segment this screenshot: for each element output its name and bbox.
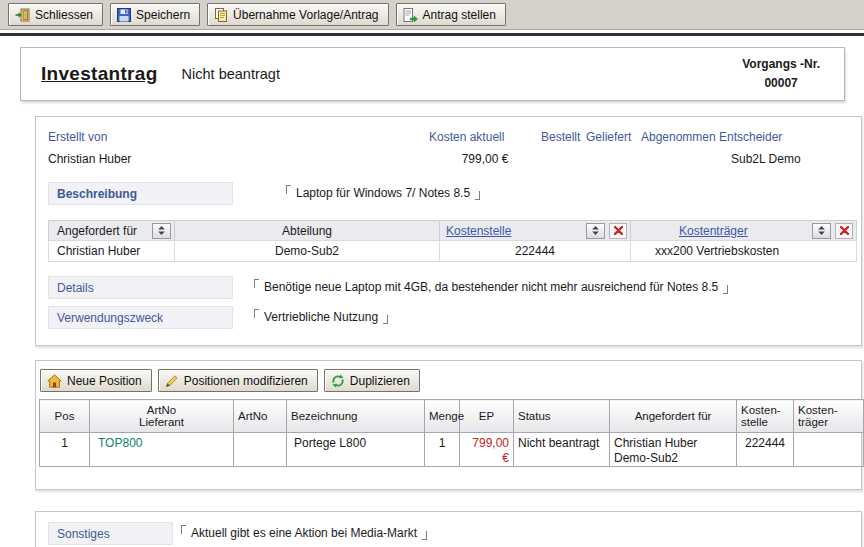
pencil-icon [165,374,179,388]
field-open-bracket-icon [254,279,259,288]
artno-cell [234,433,287,467]
col-kostentraeger: Kosten- träger [794,400,864,433]
abgenommen-label: Abgenommen [641,130,719,144]
zuordnung-table: Angefordert für Abteilung Kostenstelle K… [48,220,860,262]
kostentraeger-remove-button[interactable] [835,223,853,239]
beschreibung-row: Beschreibung Laptop für Windows 7/ Notes… [48,182,847,205]
neue-position-button[interactable]: Neue Position [40,369,152,392]
kostenstelle-link[interactable]: Kostenstelle [446,224,511,238]
bestellt-value [541,152,586,166]
col-pos: Pos [40,400,90,433]
uebernahme-vorlage-button[interactable]: Übernahme Vorlage/Antrag [207,3,388,26]
kosten-aktuell-value: 799,00 € [429,152,541,166]
copy-documents-icon [214,8,228,22]
kostentraeger-pos-cell [794,433,864,467]
sort-icon [158,223,165,238]
field-close-bracket-icon [422,531,427,540]
kostenstelle-remove-button[interactable] [609,223,627,239]
field-open-bracket-icon [254,309,259,318]
kostentraeger-link[interactable]: Kostenträger [679,224,748,238]
kostenstelle-header: Kostenstelle [439,220,631,241]
positionen-modifizieren-button[interactable]: Positionen modifizieren [158,369,318,392]
positions-section: Neue Position Positionen modifizieren Du… [35,360,862,490]
antrag-stellen-label: Antrag stellen [423,8,496,22]
field-open-bracket-icon [286,185,291,194]
positions-table: Pos ArtNo Lieferant ArtNo Bezeichnung Me… [39,399,864,467]
sonstiges-label: Sonstiges [48,522,173,545]
field-close-bracket-icon [475,191,480,200]
abteilung-header: Abteilung [174,220,440,241]
positionen-modifizieren-label: Positionen modifizieren [184,374,308,388]
beschreibung-value: Laptop für Windows 7/ Notes 8.5 [296,186,470,200]
neue-position-label: Neue Position [67,374,142,388]
kostentraeger-header: Kostenträger [630,220,857,241]
kostentraeger-cell: xxx200 Vertriebskosten [630,240,857,262]
col-ep: EP [460,400,514,433]
beschreibung-label: Beschreibung [48,182,233,205]
kostenstelle-cell: 222444 [439,240,631,262]
entscheider-label: Entscheider [719,130,847,144]
col-artno: ArtNo [234,400,287,433]
exit-door-icon [15,8,30,22]
duplizieren-label: Duplizieren [350,374,410,388]
document-header: Investantrag Nicht beantragt Vorgangs -N… [20,47,845,101]
submit-document-icon [403,8,418,22]
main-toolbar: Schliessen Speichern Übernahme Vorlage/A… [0,0,864,30]
col-bezeichnung: Bezeichnung [287,400,425,433]
abteilung-header-label: Abteilung [282,224,332,238]
entscheider-value: Sub2L Demo [719,152,847,166]
positions-header-row: Pos ArtNo Lieferant ArtNo Bezeichnung Me… [40,400,864,433]
info-grid: Erstellt von Kosten aktuell Bestellt Gel… [48,130,847,166]
delete-x-icon [614,223,623,238]
angefordert-fuer-header: Angefordert für [48,220,175,241]
save-disk-icon [117,8,131,22]
toolbar-divider [0,33,864,36]
page-title: Investantrag [41,63,158,85]
positions-toolbar: Neue Position Positionen modifizieren Du… [38,366,847,399]
process-number-label: Vorgangs -Nr. [742,55,820,74]
angefordert-fuer-sort-button[interactable] [152,223,171,239]
abgenommen-value [641,152,719,166]
house-icon [47,374,62,388]
recycle-icon [331,374,345,388]
verwendungszweck-label: Verwendungszweck [48,306,233,329]
ep-cell: 799,00 € [460,433,514,467]
schliessen-button[interactable]: Schliessen [8,3,103,26]
geliefert-value [586,152,641,166]
erstellt-von-label: Erstellt von [48,130,429,144]
bestellt-label: Bestellt [541,130,586,144]
field-open-bracket-icon [181,525,186,534]
verwendungszweck-value: Vertriebliche Nutzung [264,310,378,324]
angefordert-fuer-cell: Christian Huber [48,240,175,262]
details-label: Details [48,276,233,299]
speichern-button[interactable]: Speichern [110,3,200,26]
kosten-aktuell-label: Kosten aktuell [429,130,541,144]
status-cell: Nicht beantragt [514,433,610,467]
verwendungszweck-row: Verwendungszweck Vertriebliche Nutzung [48,306,847,329]
position-row[interactable]: 1 TOP800 Portege L800 1 799,00 € Nicht b… [40,433,864,467]
schliessen-label: Schliessen [35,8,93,22]
antrag-stellen-button[interactable]: Antrag stellen [396,3,506,26]
angefordert-fuer-header-label: Angefordert für [57,224,137,238]
erstellt-von-value: Christian Huber [48,152,429,166]
details-field[interactable]: Benötige neue Laptop mit 4GB, da bestehe… [254,276,728,294]
sort-icon [592,223,599,238]
col-status: Status [514,400,610,433]
sonstiges-section: Sonstiges Aktuell gibt es eine Aktion be… [35,511,862,547]
col-artno-lieferant: ArtNo Lieferant [90,400,234,433]
process-number: Vorgangs -Nr. 00007 [742,55,820,92]
field-close-bracket-icon [383,315,388,324]
duplizieren-button[interactable]: Duplizieren [324,369,420,392]
pos-cell: 1 [40,433,90,467]
field-close-bracket-icon [723,285,728,294]
kostenstelle-sort-button[interactable] [586,223,605,239]
kostentraeger-sort-button[interactable] [812,223,831,239]
details-value: Benötige neue Laptop mit 4GB, da bestehe… [264,280,718,294]
beschreibung-field[interactable]: Laptop für Windows 7/ Notes 8.5 [286,182,480,200]
geliefert-label: Geliefert [586,130,641,144]
delete-x-icon [840,223,849,238]
zuordnung-header-row: Angefordert für Abteilung Kostenstelle K… [48,220,860,241]
sort-icon [818,223,825,238]
sonstiges-field[interactable]: Aktuell gibt es eine Aktion bei Media-Ma… [181,522,427,540]
verwendungszweck-field[interactable]: Vertriebliche Nutzung [254,306,388,324]
